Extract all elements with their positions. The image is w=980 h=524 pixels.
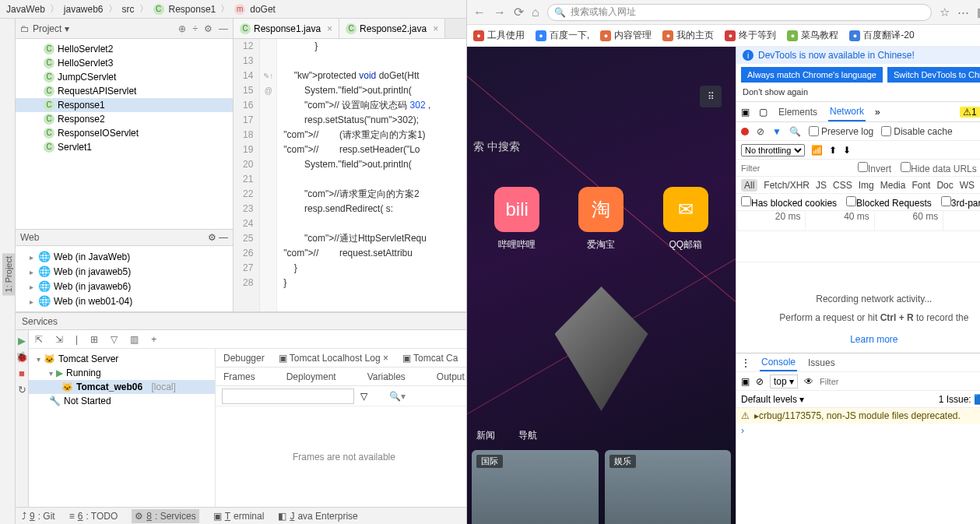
rerun-icon[interactable]: ↻: [18, 384, 26, 396]
add-icon[interactable]: +: [151, 334, 156, 345]
disable-cache-checkbox[interactable]: Disable cache: [881, 126, 952, 137]
svc-sub-frames[interactable]: Frames: [223, 371, 255, 382]
web-tree[interactable]: 🌐Web (in JavaWeb)🌐Web (in javaweb5)🌐Web …: [16, 246, 233, 311]
target-icon[interactable]: ⊕: [178, 23, 186, 34]
filter-icon[interactable]: ▽: [111, 334, 118, 345]
crumb[interactable]: Response1: [169, 4, 216, 15]
expand-icon[interactable]: ⇱: [35, 334, 43, 345]
home-icon[interactable]: ⌂: [532, 5, 539, 19]
close-icon[interactable]: ×: [433, 23, 438, 34]
blocked-cookies-checkbox[interactable]: Has blocked cookies: [741, 196, 837, 209]
tree-node[interactable]: CResponse2: [16, 112, 233, 126]
wifi-icon[interactable]: 📶: [811, 145, 823, 156]
run-icon[interactable]: ▶: [18, 335, 26, 346]
hide-data-checkbox[interactable]: Hide data URLs: [901, 162, 977, 174]
svc-sub-output[interactable]: Output: [437, 371, 465, 382]
bookmark[interactable]: ●工具使用: [473, 29, 525, 42]
device-icon[interactable]: ▢: [759, 107, 767, 118]
third-party-checkbox[interactable]: 3rd-party req: [941, 196, 980, 209]
apps-grid-icon[interactable]: ⠿: [700, 86, 722, 107]
tab-elements[interactable]: Elements: [777, 104, 819, 121]
reload-icon[interactable]: ⟳: [514, 5, 524, 19]
app-tile[interactable]: bili哔哩哔哩: [494, 187, 539, 251]
code-editor[interactable]: 1213141516171819202122232425262728 ✎↑ @ …: [234, 39, 466, 311]
status-item[interactable]: ≡6: TODO: [69, 511, 118, 522]
bookmark[interactable]: ●终于等到: [725, 29, 776, 42]
collapse-icon[interactable]: ÷: [192, 23, 198, 34]
close-icon[interactable]: ×: [327, 23, 332, 34]
download-icon[interactable]: ⬇: [843, 145, 851, 156]
learn-more-link[interactable]: Learn more: [850, 334, 897, 345]
switch-lang-button[interactable]: Switch DevTools to Chines: [887, 67, 980, 83]
tree-node[interactable]: CHelloServlet2: [16, 42, 233, 56]
tree-node[interactable]: CHelloServlet3: [16, 56, 233, 70]
tree-node[interactable]: CJumpCServlet: [16, 70, 233, 84]
gutter-tab-project[interactable]: 1: Project: [2, 253, 15, 295]
type-filter[interactable]: Img: [859, 180, 874, 191]
bookmark[interactable]: ●内容管理: [600, 29, 652, 42]
crumb[interactable]: JavaWeb: [6, 4, 45, 15]
preserve-log-checkbox[interactable]: Preserve log: [809, 126, 873, 137]
type-filter[interactable]: Doc: [936, 180, 953, 191]
network-filter-input[interactable]: [741, 164, 848, 173]
network-timeline[interactable]: 20 ms40 ms60 ms80 ms: [736, 211, 980, 231]
type-filter[interactable]: Media: [880, 180, 906, 191]
services-tree[interactable]: 🐱Tomcat Server ▶Running 🐱Tomcat_web06 [l…: [29, 349, 216, 507]
forward-icon[interactable]: →: [494, 5, 506, 19]
svc-sub-deploy[interactable]: Deployment: [286, 371, 336, 382]
console-filter-input[interactable]: [820, 377, 980, 386]
apps-icon[interactable]: ▦: [977, 5, 980, 19]
more-tabs-icon[interactable]: »: [875, 107, 880, 118]
type-filter[interactable]: CSS: [833, 180, 852, 191]
web-node[interactable]: 🌐Web (in JavaWeb): [16, 249, 233, 264]
layout-icon[interactable]: ▥: [130, 334, 139, 345]
tree-node[interactable]: CResponse1: [16, 98, 233, 112]
address-bar[interactable]: 🔍 搜索或输入网址: [547, 4, 932, 21]
app-tile[interactable]: 淘爱淘宝: [578, 187, 623, 251]
editor-tab[interactable]: CResponse1.java×: [234, 19, 339, 38]
collapse-icon[interactable]: ⇲: [55, 334, 63, 345]
settings-icon[interactable]: ⚙: [204, 23, 213, 34]
issue-badge[interactable]: 1 Issue: 🟦1: [939, 394, 980, 405]
inspect-icon[interactable]: ▣: [741, 107, 750, 118]
invert-checkbox[interactable]: Invert: [858, 162, 891, 174]
web-node[interactable]: 🌐Web (in web01-04): [16, 294, 233, 308]
tree-icon[interactable]: ⊞: [90, 334, 98, 345]
star-icon[interactable]: ☆: [940, 5, 950, 19]
throttling-select[interactable]: No throttling: [741, 144, 805, 156]
tree-node[interactable]: CResponseIOServlet: [16, 126, 233, 140]
back-icon[interactable]: ←: [473, 5, 486, 19]
search-icon[interactable]: 🔍: [789, 126, 801, 137]
type-filter[interactable]: WS: [960, 180, 975, 191]
blocked-req-checkbox[interactable]: Blocked Requests: [846, 196, 932, 209]
clear-console-icon[interactable]: ⊘: [756, 376, 764, 387]
debug-icon[interactable]: 🐞: [16, 351, 28, 363]
browser-page[interactable]: ⠿ 索 中搜索 bili哔哩哔哩淘爱淘宝✉QQ邮箱 新闻 导航 国际 娱乐: [467, 47, 736, 524]
warning-badge[interactable]: ⚠1: [960, 107, 980, 118]
dont-show-again[interactable]: Don't show again: [736, 86, 980, 102]
type-filter[interactable]: JS: [816, 180, 827, 191]
levels-select[interactable]: Default levels ▾: [741, 394, 804, 405]
news-card[interactable]: 国际: [472, 450, 599, 524]
menu-icon[interactable]: ⋯: [957, 5, 969, 19]
web-node[interactable]: 🌐Web (in javaweb5): [16, 264, 233, 279]
bookmark[interactable]: ●菜鸟教程: [787, 29, 838, 42]
svc-tab-debugger[interactable]: Debugger: [223, 353, 265, 364]
svc-tab-log[interactable]: ▣ Tomcat Localhost Log ×: [279, 353, 388, 364]
hide-icon[interactable]: —: [219, 23, 228, 34]
record-icon[interactable]: [741, 128, 749, 135]
page-nav-news[interactable]: 新闻: [476, 429, 495, 442]
svc-sub-vars[interactable]: Variables: [367, 371, 406, 382]
status-item[interactable]: ⚙8: Services: [132, 509, 198, 523]
crumb[interactable]: doGet: [250, 4, 276, 15]
type-filter[interactable]: Fetch/XHR: [764, 180, 810, 191]
svc-tab-cat[interactable]: ▣ Tomcat Ca: [402, 353, 458, 364]
console-menu-icon[interactable]: ⋮: [741, 357, 750, 368]
frames-selector[interactable]: [222, 389, 354, 404]
clear-icon[interactable]: ⊘: [757, 126, 764, 137]
type-filter[interactable]: All: [741, 179, 757, 192]
page-nav-daohang[interactable]: 导航: [518, 429, 537, 442]
context-select[interactable]: top ▾: [770, 375, 798, 389]
upload-icon[interactable]: ⬆: [829, 145, 837, 156]
eye-icon[interactable]: 👁: [804, 376, 813, 387]
